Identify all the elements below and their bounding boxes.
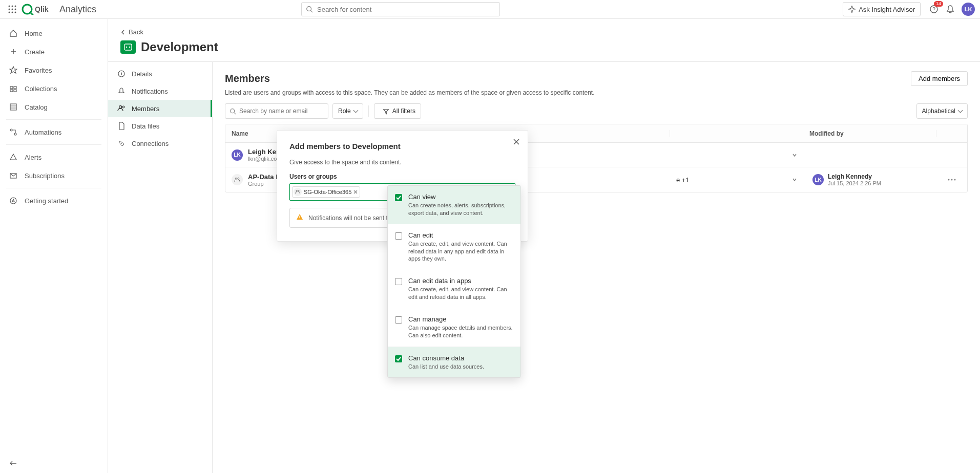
plus-icon — [9, 48, 17, 56]
space-icon — [120, 40, 136, 54]
space-header: Back Development — [108, 19, 980, 62]
chip-remove-button[interactable] — [353, 189, 358, 195]
sidebar-item-home[interactable]: Home — [0, 24, 108, 42]
svg-rect-17 — [14, 90, 16, 92]
svg-point-0 — [9, 6, 10, 7]
role-option-can-consume[interactable]: Can consume data Can list and use data s… — [388, 347, 520, 378]
sub-item-data-files[interactable]: Data files — [108, 117, 212, 135]
sidebar-item-alerts[interactable]: Alerts — [0, 148, 108, 166]
role-name: Can edit — [408, 231, 513, 239]
space-glyph-icon — [124, 44, 132, 51]
sidebar-item-create[interactable]: Create — [0, 42, 108, 61]
help-button[interactable]: ? 14 — [927, 2, 941, 16]
group-icon — [234, 177, 240, 183]
alert-icon — [9, 153, 17, 161]
sidebar-item-favorites[interactable]: Favorites — [0, 61, 108, 79]
sub-item-label: Notifications — [132, 88, 168, 95]
role-desc: Can create, edit, and view content. Can … — [408, 240, 513, 263]
check-icon — [396, 356, 401, 361]
user-chip: SG-Okta-Office365 — [292, 186, 360, 198]
checkbox[interactable] — [395, 316, 402, 324]
sub-item-connections[interactable]: Connections — [108, 135, 212, 152]
checkbox[interactable] — [395, 232, 402, 240]
svg-point-4 — [12, 9, 13, 10]
svg-rect-15 — [14, 87, 16, 89]
global-search[interactable] — [301, 2, 500, 16]
sidebar-item-collections[interactable]: Collections — [0, 79, 108, 98]
row-role-cell[interactable] — [670, 153, 803, 158]
sort-dropdown[interactable]: Alphabetical — [916, 103, 968, 119]
role-option-can-view[interactable]: Can view Can create notes, alerts, subsc… — [388, 186, 520, 224]
role-option-can-manage[interactable]: Can manage Can manage space details and … — [388, 308, 520, 347]
more-icon — [948, 179, 956, 181]
back-label: Back — [129, 28, 143, 36]
chevron-down-icon — [792, 153, 797, 158]
sidebar-item-label: Getting started — [25, 197, 68, 205]
role-desc: Can manage space details and members. Ca… — [408, 324, 513, 339]
bell-icon — [117, 87, 126, 95]
automations-icon — [9, 128, 17, 136]
svg-rect-18 — [10, 104, 16, 110]
ask-insight-button[interactable]: Ask Insight Advisor — [843, 2, 921, 16]
svg-rect-23 — [124, 44, 132, 50]
sidebar-item-getting-started[interactable]: Getting started — [0, 191, 108, 210]
app-launcher-button[interactable] — [5, 2, 19, 16]
global-search-input[interactable] — [317, 6, 495, 13]
logo-icon: Qlik — [22, 4, 52, 15]
sub-item-members[interactable]: Members — [108, 100, 212, 117]
qlik-logo[interactable]: Qlik — [22, 3, 52, 15]
members-panel: Members Add members Listed are users and… — [213, 62, 980, 473]
search-members-input[interactable] — [239, 107, 324, 115]
checkbox[interactable] — [395, 355, 402, 362]
checkbox[interactable] — [395, 278, 402, 285]
svg-point-1 — [12, 6, 13, 7]
svg-point-24 — [126, 47, 128, 48]
role-option-can-edit-data[interactable]: Can edit data in apps Can create, edit, … — [388, 270, 520, 308]
close-icon — [513, 139, 519, 145]
sidebar-item-automations[interactable]: Automations — [0, 123, 108, 141]
file-icon — [117, 122, 126, 130]
sort-label: Alphabetical — [922, 107, 955, 115]
modal-subtitle: Give access to the space and its content… — [289, 159, 515, 166]
svg-point-35 — [296, 190, 298, 192]
add-members-button[interactable]: Add members — [911, 71, 968, 86]
sidebar-item-subscriptions[interactable]: Subscriptions — [0, 166, 108, 185]
modal-title: Add members to Development — [289, 142, 515, 150]
all-filters-button[interactable]: All filters — [374, 103, 421, 119]
collapse-icon — [9, 460, 17, 466]
left-sidebar: Home Create Favorites Collections Catalo… — [0, 19, 108, 473]
user-avatar[interactable]: LK — [962, 3, 975, 16]
role-desc: Can list and use data sources. — [408, 363, 484, 371]
role-desc: Can create, edit, and view content. Can … — [408, 286, 513, 301]
link-icon — [117, 139, 126, 147]
svg-point-28 — [122, 106, 124, 108]
checkbox[interactable] — [395, 194, 402, 201]
members-desc: Listed are users and groups with access … — [225, 89, 968, 96]
space-sub-sidebar: Details Notifications Members Data files… — [108, 62, 213, 473]
sidebar-item-label: Alerts — [25, 154, 41, 161]
back-link[interactable]: Back — [120, 28, 143, 36]
sidebar-item-label: Collections — [25, 85, 57, 93]
row-actions[interactable] — [936, 179, 967, 181]
help-badge: 14 — [934, 1, 943, 7]
role-option-can-edit[interactable]: Can edit Can create, edit, and view cont… — [388, 224, 520, 270]
sidebar-collapse-button[interactable] — [0, 455, 108, 473]
sub-item-details[interactable]: Details — [108, 65, 212, 82]
svg-point-19 — [10, 129, 12, 131]
sub-item-label: Connections — [132, 140, 169, 147]
svg-point-6 — [9, 12, 10, 13]
svg-text:?: ? — [932, 7, 935, 12]
svg-point-33 — [951, 179, 953, 181]
col-modified-by[interactable]: Modified by — [803, 130, 936, 137]
role-filter-dropdown[interactable]: Role — [332, 103, 363, 119]
chevron-down-icon — [792, 177, 797, 182]
role-dropdown-panel: Can view Can create notes, alerts, subsc… — [387, 185, 521, 378]
sidebar-item-catalog[interactable]: Catalog — [0, 98, 108, 116]
row-role-cell[interactable]: e +1 — [670, 176, 803, 184]
svg-point-36 — [298, 190, 300, 192]
sub-item-notifications[interactable]: Notifications — [108, 82, 212, 100]
star-icon — [9, 66, 17, 74]
modal-close-button[interactable] — [513, 139, 519, 146]
search-members[interactable] — [225, 103, 328, 119]
notifications-button[interactable] — [943, 2, 957, 16]
